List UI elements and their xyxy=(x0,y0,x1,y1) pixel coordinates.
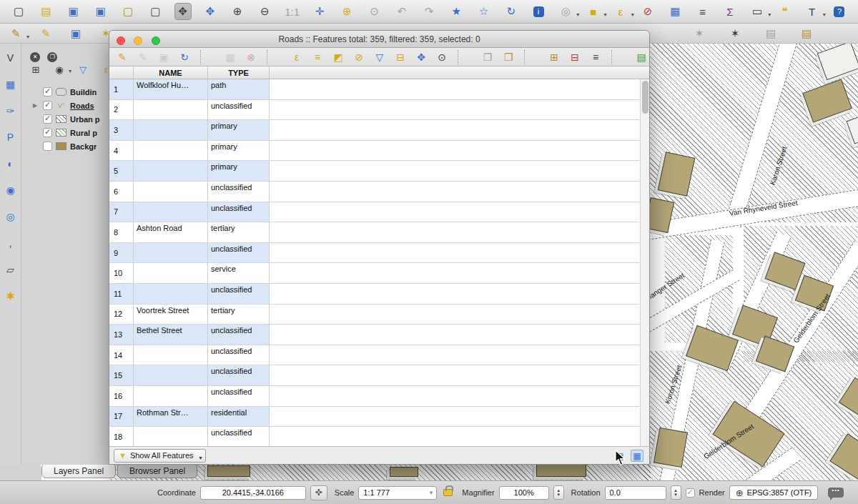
table-row[interactable]: 10 service xyxy=(109,263,649,284)
cell-name[interactable] xyxy=(134,182,208,202)
table-view-icon[interactable]: ▦ xyxy=(631,450,644,462)
table-row[interactable]: 6 unclassified xyxy=(109,182,649,202)
current-edits-icon[interactable]: ✎ xyxy=(7,25,24,42)
pan-to-selection-icon[interactable]: ✥ xyxy=(202,3,219,20)
mouse-position-toggle-icon[interactable]: ✜ xyxy=(310,485,327,500)
zoom-last-icon[interactable]: ↶ xyxy=(393,3,410,20)
cell-type[interactable]: unclassified xyxy=(208,325,270,345)
cell-name[interactable] xyxy=(134,345,208,366)
manage-visibility-icon[interactable]: ◉ xyxy=(52,62,66,76)
select-features-icon[interactable]: ■ xyxy=(585,3,602,20)
rotation-stepper[interactable]: ▲▼ xyxy=(671,485,681,500)
file-new-icon[interactable]: ▢ xyxy=(10,3,27,20)
save-edits-icon[interactable]: ▣ xyxy=(157,50,171,64)
add-spatialite-layer-icon[interactable]: ✑ xyxy=(2,102,19,119)
save-layer-edits-icon[interactable]: ▣ xyxy=(67,25,84,42)
zoom-to-selected-icon[interactable]: ⊙ xyxy=(435,50,449,64)
add-postgis-layer-icon[interactable]: P xyxy=(2,129,19,146)
zoom-to-selection-icon[interactable]: ⊙ xyxy=(365,3,383,20)
cell-type[interactable]: primary xyxy=(208,161,270,182)
open-attribute-table-icon[interactable]: ▦ xyxy=(666,3,684,20)
tab-layers-panel[interactable]: Layers Panel xyxy=(41,463,116,478)
feature-filter-button[interactable]: ▼ Show All Features xyxy=(114,449,206,463)
scrollbar-thumb[interactable] xyxy=(642,81,649,114)
cell-type[interactable]: unclassified xyxy=(208,182,270,202)
table-row[interactable]: 3 primary xyxy=(109,120,649,141)
delete-field-icon[interactable]: ⊟ xyxy=(568,50,582,64)
message-log-icon[interactable] xyxy=(828,488,844,498)
filter-form-icon[interactable]: ▽ xyxy=(373,50,387,64)
float-panel-icon[interactable]: ❐ xyxy=(47,52,57,62)
cell-type[interactable]: tertiary xyxy=(208,305,270,325)
layer-label[interactable]: Backgr xyxy=(70,142,97,151)
multi-edit-icon[interactable]: ✎ xyxy=(136,50,150,64)
cell-type[interactable]: tertiary xyxy=(208,222,270,243)
new-layer-menu-icon[interactable]: ✱ xyxy=(2,287,19,305)
cell-type[interactable]: unclassified xyxy=(208,100,270,121)
refresh-icon[interactable]: ↻ xyxy=(503,3,520,20)
measure-icon[interactable]: ▭ xyxy=(749,3,766,20)
move-label-icon[interactable]: ▤ xyxy=(798,25,815,42)
cell-type[interactable]: unclassified xyxy=(208,365,270,386)
cell-type[interactable]: unclassified xyxy=(208,345,270,366)
cell-type[interactable]: service xyxy=(208,263,270,284)
add-group-icon[interactable]: ⊞ xyxy=(29,62,43,76)
layer-item[interactable]: ▶ Rural p xyxy=(21,126,111,139)
vertical-scrollbar[interactable] xyxy=(640,79,649,446)
close-window-icon[interactable] xyxy=(117,36,125,45)
invert-selection-icon[interactable]: ◩ xyxy=(331,50,345,64)
magnifier-input[interactable]: 100% xyxy=(499,486,549,500)
cell-name[interactable] xyxy=(134,161,208,182)
text-annotation-icon[interactable]: T xyxy=(804,3,821,20)
move-selection-top-icon[interactable]: ⊟ xyxy=(393,50,408,64)
show-hide-labels-icon[interactable]: ▤ xyxy=(762,25,779,42)
add-raster-layer-icon[interactable]: ▦ xyxy=(2,76,19,93)
zoom-full-icon[interactable]: ✛ xyxy=(311,3,328,20)
add-wcs-layer-icon[interactable]: ◉ xyxy=(2,182,19,199)
cell-name[interactable]: Rothman Str… xyxy=(134,407,208,428)
crs-status-button[interactable]: ⊕ EPSG:3857 (OTF) xyxy=(729,485,818,500)
filter-legend-icon[interactable]: ▽ xyxy=(76,62,90,76)
magnifier-stepper[interactable]: ▲▼ xyxy=(553,485,564,500)
cell-name[interactable] xyxy=(134,365,208,386)
cell-name[interactable]: Ashton Road xyxy=(134,222,208,243)
field-calculator-icon[interactable]: ≡ xyxy=(588,50,603,64)
cell-name[interactable] xyxy=(134,100,208,121)
copy-rows-icon[interactable]: ❐ xyxy=(480,50,495,64)
table-row[interactable]: 4 primary xyxy=(109,141,649,162)
cell-type[interactable]: path xyxy=(208,79,270,100)
layer-checkbox[interactable] xyxy=(43,128,52,137)
Rothman Str…[interactable]: 17 Rothman Str… residential xyxy=(109,407,649,428)
cell-type[interactable]: unclassified xyxy=(208,284,270,305)
Voortrek Street[interactable]: 12 Voortrek Street tertiary xyxy=(109,305,649,325)
cell-type[interactable]: unclassified xyxy=(208,243,270,264)
table-row[interactable]: 5 primary xyxy=(109,161,649,182)
show-bookmarks-icon[interactable]: ☆ xyxy=(475,3,493,20)
map-tips-icon[interactable]: ❝ xyxy=(776,3,793,20)
table-row[interactable]: 7 unclassified xyxy=(109,202,649,223)
table-row[interactable]: 15 unclassified xyxy=(109,365,649,386)
feature-action-icon[interactable]: ◎ xyxy=(557,3,574,20)
save-as-icon[interactable]: ▣ xyxy=(92,3,109,20)
layer-label[interactable]: Roads xyxy=(70,102,94,110)
cell-name[interactable]: Voortrek Street xyxy=(134,305,208,325)
layer-checkbox[interactable] xyxy=(43,101,52,110)
add-wms-layer-icon[interactable]: ◐ xyxy=(2,155,19,172)
new-print-composer-icon[interactable]: ▢ xyxy=(119,3,137,20)
cell-name[interactable] xyxy=(134,263,208,284)
cell-type[interactable]: unclassified xyxy=(208,386,270,407)
new-bookmark-icon[interactable]: ★ xyxy=(448,3,465,20)
table-row[interactable]: 18 unclassified xyxy=(109,427,649,446)
highlight-pinned-labels-icon[interactable]: ✶ xyxy=(691,25,708,42)
layer-item[interactable]: ▶ Backgr xyxy=(21,139,111,153)
deselect-all-icon[interactable]: ⊘ xyxy=(639,3,656,20)
rotation-input[interactable]: 0.0 xyxy=(605,486,666,500)
render-checkbox[interactable] xyxy=(686,488,695,498)
cell-name[interactable] xyxy=(134,120,208,141)
zoom-in-icon[interactable]: ⊕ xyxy=(229,3,246,20)
composer-manager-icon[interactable]: ▢ xyxy=(147,3,164,20)
select-all-icon[interactable]: ≡ xyxy=(310,50,325,64)
cell-name[interactable] xyxy=(134,202,208,223)
table-row[interactable]: 14 unclassified xyxy=(109,345,649,366)
lock-scale-icon[interactable] xyxy=(443,489,453,496)
